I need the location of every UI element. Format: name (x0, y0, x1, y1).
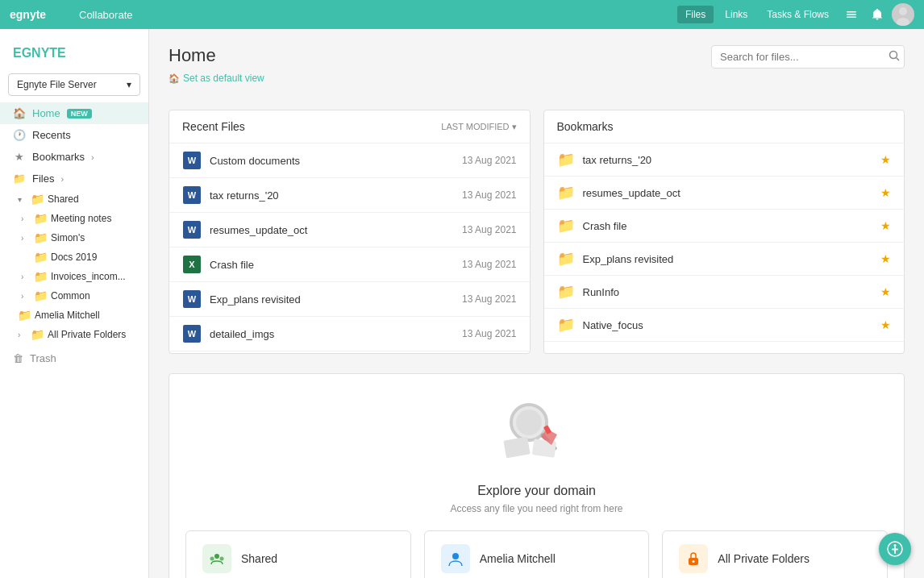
links-nav-button[interactable]: Links (717, 6, 755, 23)
bookmark-row[interactable]: 📁 tax returns_'20 ★ (544, 143, 905, 177)
search-icon[interactable] (889, 50, 900, 64)
svg-rect-2 (847, 14, 856, 15)
tasks-flows-nav-button[interactable]: Tasks & Flows (759, 6, 837, 23)
tree-item-docs2019[interactable]: 📁 Docs 2019 (11, 247, 148, 267)
sort-label-text: LAST MODIFIED (441, 122, 509, 131)
bookmark-folder-icon: 📁 (557, 316, 575, 334)
brand-label: Collaborate (79, 9, 133, 21)
file-row[interactable]: W Custom documents 13 Aug 2021 (169, 143, 530, 178)
sidebar-item-files[interactable]: 📁 Files › (0, 168, 148, 189)
folder-card-shared[interactable]: Shared (185, 530, 411, 578)
common-label: Common (51, 290, 90, 301)
tree-item-meeting-notes[interactable]: › 📁 Meeting notes (11, 209, 148, 228)
file-server-dropdown[interactable]: Egnyte File Server ▾ (8, 73, 140, 96)
common-folder-icon: 📁 (34, 289, 48, 302)
brand-area: egnyte Collaborate (10, 6, 677, 23)
bookmark-star-icon: ★ (880, 186, 891, 199)
recent-files-card: Recent Files LAST MODIFIED ▾ W Custom do… (169, 110, 531, 354)
svg-point-7 (890, 52, 897, 59)
bookmark-folder-icon: 📁 (557, 217, 575, 235)
top-navigation: egnyte Collaborate Files Links Tasks & F… (0, 0, 924, 29)
file-row[interactable]: W detailed_imgs 13 Aug 2021 (169, 317, 530, 351)
bookmark-name: resumes_update_oct (583, 187, 873, 199)
tree-item-simons[interactable]: › 📁 Simon's (11, 228, 148, 247)
file-name: detailed_imgs (210, 328, 454, 340)
explore-title: Explore your domain (185, 484, 888, 498)
file-row[interactable]: P RunInfo 13 Aug 2021 (169, 351, 530, 353)
common-chevron-icon: › (21, 292, 31, 301)
bookmark-star-icon: ★ (880, 219, 891, 232)
accessibility-icon (887, 541, 903, 557)
bookmark-star-icon: ★ (880, 285, 891, 298)
svg-text:EGNYTE: EGNYTE (13, 46, 66, 60)
files-chevron-icon: › (60, 174, 64, 184)
more-menu-button[interactable] (840, 3, 863, 26)
set-default-link[interactable]: 🏠 Set as default view (169, 73, 264, 84)
file-row[interactable]: W Exp_plans revisited 13 Aug 2021 (169, 282, 530, 317)
bookmarks-list: 📁 tax returns_'20 ★ 📁 resumes_update_oct… (544, 143, 905, 342)
svg-point-4 (899, 7, 907, 15)
tree-item-shared[interactable]: ▾ 📁 Shared (0, 189, 148, 209)
word-icon: W (183, 221, 201, 239)
bookmark-row[interactable]: 📁 Exp_plans revisited ★ (544, 243, 905, 276)
user-avatar[interactable] (892, 3, 914, 26)
tree-item-common[interactable]: › 📁 Common (11, 286, 148, 306)
recents-icon: 🕐 (13, 129, 26, 141)
bookmark-name: Native_focus (583, 319, 873, 331)
amelia-card-label: Amelia Mitchell (480, 552, 556, 565)
svg-point-18 (220, 557, 224, 561)
file-row[interactable]: W resumes_update_oct 13 Aug 2021 (169, 213, 530, 247)
bookmarks-label: Bookmarks (32, 151, 85, 163)
files-nav-button[interactable]: Files (677, 6, 714, 23)
cards-row: Recent Files LAST MODIFIED ▾ W Custom do… (169, 110, 905, 354)
bookmark-row[interactable]: 📁 Crash file ★ (544, 210, 905, 243)
bookmark-star-icon: ★ (880, 318, 891, 331)
file-name: Exp_plans revisited (210, 293, 454, 306)
shared-label: Shared (48, 193, 79, 205)
file-row[interactable]: X Crash file 13 Aug 2021 (169, 247, 530, 282)
bookmark-name: tax returns_'20 (583, 154, 873, 166)
sidebar-item-trash[interactable]: 🗑 Trash (0, 347, 148, 369)
private-icon-svg (685, 550, 702, 568)
explore-illustration (489, 390, 585, 471)
folder-card-private[interactable]: All Private Folders (662, 530, 888, 578)
bookmark-name: RunInfo (583, 286, 873, 298)
sidebar-item-recents[interactable]: 🕐 Recents (0, 124, 148, 146)
private-chevron-icon: › (18, 331, 27, 339)
main-content: Home 🏠 Set as default view Recent Files (149, 29, 924, 578)
bookmark-row[interactable]: 📁 resumes_update_oct ★ (544, 177, 905, 210)
file-row[interactable]: W tax returns_'20 13 Aug 2021 (169, 178, 530, 213)
bookmark-folder-icon: 📁 (557, 250, 575, 268)
invoices-label: Invoices_incom... (51, 271, 126, 282)
amelia-folder-icon: 📁 (18, 309, 31, 322)
bookmarks-title: Bookmarks (557, 120, 614, 133)
dropdown-chevron-icon: ▾ (127, 79, 131, 90)
private-folder-icon: 📁 (31, 328, 44, 341)
svg-point-23 (894, 544, 897, 547)
amelia-label: Amelia Mitchell (35, 310, 100, 321)
sidebar-item-bookmarks[interactable]: ★ Bookmarks › (0, 146, 148, 168)
bookmark-row[interactable]: 📁 Native_focus ★ (544, 309, 905, 342)
sidebar: EGNYTE Egnyte File Server ▾ 🏠 Home NEW 🕐… (0, 29, 149, 578)
folder-card-amelia[interactable]: Amelia Mitchell (424, 530, 650, 578)
bookmark-row[interactable]: 📁 RunInfo ★ (544, 276, 905, 309)
tree-item-invoices[interactable]: › 📁 Invoices_incom... (11, 267, 148, 286)
tree-item-all-private[interactable]: › 📁 All Private Folders (0, 325, 148, 344)
file-name: Custom documents (210, 155, 454, 167)
bell-icon (871, 8, 884, 21)
search-input[interactable] (711, 45, 905, 69)
sort-chevron-icon: ▾ (512, 122, 517, 132)
meeting-chevron-icon: › (21, 214, 31, 223)
sort-button[interactable]: LAST MODIFIED ▾ (441, 122, 516, 132)
notifications-button[interactable] (866, 3, 889, 26)
bookmark-star-icon: ★ (880, 153, 891, 166)
file-name: resumes_update_oct (210, 224, 454, 236)
file-icon: W (182, 151, 202, 170)
word-icon: W (183, 290, 201, 308)
help-button[interactable] (879, 533, 911, 565)
tree-item-amelia[interactable]: 📁 Amelia Mitchell (0, 306, 148, 325)
more-icon (845, 8, 858, 21)
word-icon: W (183, 186, 201, 204)
sidebar-item-home[interactable]: 🏠 Home NEW (0, 102, 148, 124)
bookmark-name: Crash file (583, 220, 873, 232)
